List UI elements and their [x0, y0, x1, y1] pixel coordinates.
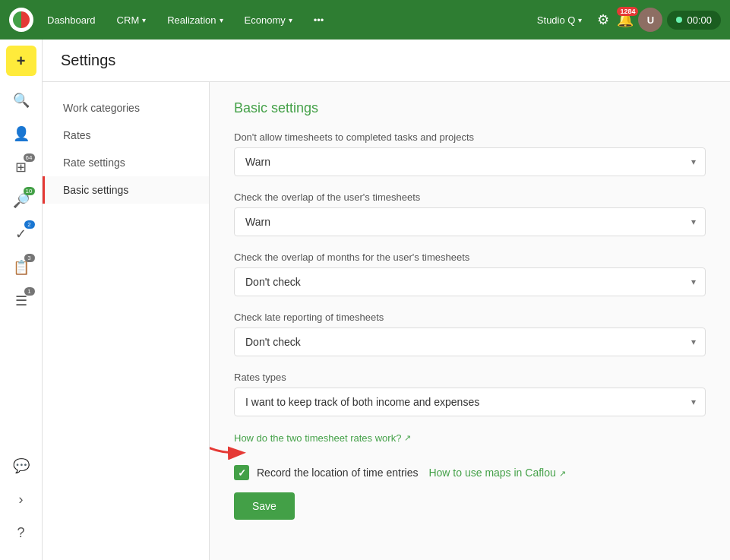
location-label: Record the location of time entries	[257, 467, 418, 479]
select-completed-tasks[interactable]: Warn Don't check Block	[235, 148, 705, 176]
sidebar-item-basic-settings[interactable]: Basic settings	[43, 176, 209, 204]
settings-sidebar: Work categories Rates Rate settings Basi…	[43, 82, 210, 560]
page-content: Settings Work categories Rates Rate sett…	[43, 40, 730, 560]
page-body: Work categories Rates Rate settings Basi…	[43, 82, 730, 560]
select-late-reporting[interactable]: Don't check Warn Block	[235, 328, 705, 356]
check-icon: ✓	[15, 226, 27, 242]
check-badge: 2	[24, 220, 35, 229]
doc-button[interactable]: 📋 3	[6, 252, 36, 283]
chat-button[interactable]: 💬	[6, 451, 36, 481]
main-layout: + 🔍 👤 ⊞ 64 🔎 10 ✓ 2 📋 3 ☰ 1 �	[0, 40, 730, 560]
list-badge: 1	[24, 287, 35, 296]
field-label-completed-tasks: Don't allow timesheets to completed task…	[234, 131, 706, 143]
chevron-down-icon: ▾	[578, 16, 582, 24]
location-checkbox-row: ✓ Record the location of time entries Ho…	[234, 465, 706, 480]
page-header: Settings	[43, 40, 730, 82]
timer-label: 00:00	[687, 14, 712, 26]
user-avatar[interactable]: U	[638, 8, 662, 32]
select-wrapper-rates-types: I want to keep track of both income and …	[234, 388, 706, 416]
settings-main-content: Basic settings Don't allow timesheets to…	[210, 82, 730, 560]
maps-link[interactable]: How to use maps in Caflou ↗	[428, 467, 565, 479]
search-button[interactable]: 🔍	[6, 85, 36, 115]
location-checkbox[interactable]: ✓	[234, 465, 249, 480]
search2-badge: 10	[24, 187, 35, 195]
timer-dot	[676, 17, 682, 23]
select-rates-types[interactable]: I want to keep track of both income and …	[235, 388, 705, 416]
nav-economy[interactable]: Economy ▾	[237, 10, 300, 30]
add-button[interactable]: +	[6, 46, 36, 76]
field-overlap-user: Check the overlap of the user's timeshee…	[234, 191, 706, 236]
grid-badge: 64	[24, 153, 35, 162]
top-nav: Dashboard CRM ▾ Realization ▾ Economy ▾ …	[0, 0, 730, 40]
add-user-button[interactable]: 👤	[6, 119, 36, 149]
user-add-icon: 👤	[13, 125, 30, 142]
nav-more[interactable]: •••	[306, 10, 332, 30]
maps-link-text: How to use maps in Caflou	[428, 467, 555, 479]
search-icon: 🔍	[13, 92, 30, 109]
page-title: Settings	[61, 52, 712, 69]
expand-button[interactable]: ›	[6, 484, 36, 514]
select-wrapper-completed-tasks: Warn Don't check Block ▾	[234, 147, 706, 176]
notification-badge: 1284	[617, 7, 638, 16]
app-logo[interactable]	[9, 8, 33, 32]
select-wrapper-overlap-months: Don't check Warn Block ▾	[234, 267, 706, 296]
grid-button[interactable]: ⊞ 64	[6, 152, 36, 182]
chevron-down-icon: ▾	[220, 16, 223, 24]
field-overlap-months: Check the overlap of months for the user…	[234, 252, 706, 296]
chat-icon: 💬	[13, 457, 30, 474]
save-button[interactable]: Save	[234, 492, 295, 520]
section-title: Basic settings	[234, 100, 706, 116]
select-wrapper-overlap-user: Warn Don't check Block ▾	[234, 207, 706, 236]
nav-crm[interactable]: CRM ▾	[109, 10, 154, 30]
external-link-icon: ↗	[404, 433, 411, 443]
sidebar-item-rates[interactable]: Rates	[43, 122, 209, 149]
check-icon: ✓	[238, 467, 246, 479]
field-label-late-reporting: Check late reporting of timesheets	[234, 312, 706, 323]
field-late-reporting: Check late reporting of timesheets Don't…	[234, 312, 706, 356]
field-label-rates-types: Rates types	[234, 372, 706, 383]
select-overlap-months[interactable]: Don't check Warn Block	[235, 268, 705, 296]
field-completed-tasks: Don't allow timesheets to completed task…	[234, 131, 706, 176]
select-wrapper-late-reporting: Don't check Warn Block ▾	[234, 327, 706, 356]
notifications-bell[interactable]: 🔔 1284	[617, 11, 634, 28]
field-label-overlap-user: Check the overlap of the user's timeshee…	[234, 191, 706, 203]
chevron-down-icon: ▾	[142, 16, 146, 24]
rates-link-text: How do the two timesheet rates work?	[234, 432, 401, 444]
nav-realization[interactable]: Realization ▾	[160, 10, 230, 30]
nav-studio[interactable]: Studio Q ▾	[529, 10, 590, 30]
sidebar-item-rate-settings[interactable]: Rate settings	[43, 149, 209, 176]
icon-bar: + 🔍 👤 ⊞ 64 🔎 10 ✓ 2 📋 3 ☰ 1 �	[0, 40, 43, 560]
list-button[interactable]: ☰ 1	[6, 286, 36, 316]
search2-button[interactable]: 🔎 10	[6, 185, 36, 216]
help-icon: ?	[17, 525, 24, 541]
grid-icon: ⊞	[15, 159, 27, 176]
external-link-icon: ↗	[559, 469, 566, 478]
select-overlap-user[interactable]: Warn Don't check Block	[235, 208, 705, 236]
chevron-right-icon: ›	[19, 492, 24, 508]
check-button[interactable]: ✓ 2	[6, 219, 36, 249]
field-rates-types: Rates types I want to keep track of both…	[234, 372, 706, 416]
timer-widget[interactable]: 00:00	[667, 11, 721, 30]
sidebar-item-work-categories[interactable]: Work categories	[43, 94, 209, 122]
chevron-down-icon: ▾	[289, 16, 292, 24]
list-icon: ☰	[15, 293, 27, 309]
help-button[interactable]: ?	[6, 517, 36, 548]
nav-right: Studio Q ▾ ⚙ 🔔 1284 U 00:00	[529, 8, 721, 32]
field-label-overlap-months: Check the overlap of months for the user…	[234, 252, 706, 263]
nav-dashboard[interactable]: Dashboard	[40, 10, 103, 30]
doc-badge: 3	[24, 254, 35, 262]
rates-link[interactable]: How do the two timesheet rates work? ↗	[234, 432, 411, 444]
settings-icon[interactable]: ⚙	[594, 8, 612, 31]
